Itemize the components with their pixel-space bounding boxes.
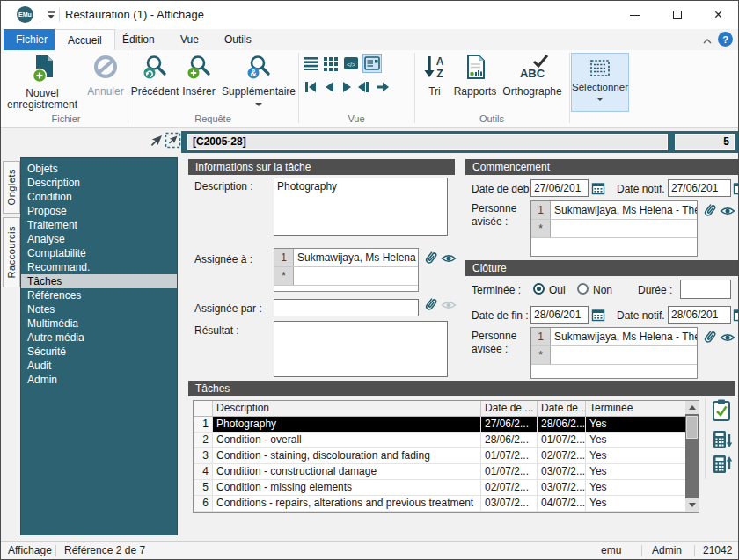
notify-date-input-2[interactable]: 28/06/201 bbox=[668, 306, 731, 324]
tab-edition[interactable]: Édition bbox=[110, 29, 167, 50]
description-textarea[interactable]: Photography bbox=[274, 178, 448, 236]
tab-accueil[interactable]: Accueil bbox=[55, 29, 115, 50]
eye-icon[interactable] bbox=[441, 252, 457, 267]
assigned-to-new-row[interactable] bbox=[294, 267, 418, 285]
next-record-icon[interactable] bbox=[339, 79, 355, 98]
last-record-icon[interactable] bbox=[355, 79, 371, 98]
spelling-button[interactable]: ABC Orthographe bbox=[499, 54, 566, 98]
assigned-by-input[interactable] bbox=[274, 299, 419, 316]
table-row[interactable]: 5 Condition - missing elements 02/07/2..… bbox=[194, 480, 699, 496]
side-tab-raccourcis[interactable]: Raccourcis bbox=[3, 217, 20, 287]
radio-non[interactable] bbox=[577, 283, 589, 295]
sidebar-item-autre-media[interactable]: Autre média bbox=[21, 331, 177, 345]
sidebar-item-multimedia[interactable]: Multimédia bbox=[21, 316, 177, 331]
view-form-button[interactable] bbox=[362, 54, 382, 73]
calendar-icon[interactable] bbox=[733, 308, 739, 324]
tab-outils[interactable]: Outils bbox=[212, 29, 264, 50]
collapse-ribbon-button[interactable] bbox=[702, 35, 713, 47]
task-complete-icon[interactable] bbox=[710, 398, 733, 425]
table-row[interactable]: 4 Condition - constructional damage 01/0… bbox=[194, 464, 699, 480]
help-button[interactable]: ? bbox=[718, 32, 733, 47]
result-textarea[interactable] bbox=[274, 321, 448, 377]
new-record-button[interactable]: Nouvel enregistrement bbox=[3, 54, 82, 111]
assigned-to-value[interactable]: Sukmawijaya, Ms Helena - Th bbox=[294, 249, 418, 266]
reports-button[interactable]: Rapports bbox=[451, 54, 499, 98]
additional-query-label: Supplémentaire bbox=[222, 85, 296, 98]
additional-query-button[interactable]: & Supplémentaire bbox=[219, 54, 298, 109]
duration-input[interactable] bbox=[680, 280, 731, 299]
table-row[interactable]: 3 Condition - staining, discolouration a… bbox=[194, 448, 699, 464]
sidebar-item-taches[interactable]: Tâches bbox=[21, 274, 177, 288]
header-date-end[interactable]: Date de ... bbox=[538, 401, 586, 416]
sidebar-item-description[interactable]: Description bbox=[21, 176, 177, 190]
notified-person-new-row[interactable] bbox=[551, 220, 697, 237]
radio-non-label[interactable]: Non bbox=[593, 284, 612, 296]
notified-person-grid[interactable]: 1 Sukmawijaya, Ms Helena - The N. * bbox=[530, 200, 698, 257]
notified-person-value[interactable]: Sukmawijaya, Ms Helena - The N. bbox=[551, 201, 697, 219]
attach-icon[interactable] bbox=[421, 249, 439, 271]
notified-person-value-2[interactable]: Sukmawijaya, Ms Helena - The N. bbox=[551, 328, 697, 345]
sidebar-item-traitement[interactable]: Traitement bbox=[21, 218, 177, 232]
view-code-icon[interactable]: </> bbox=[343, 55, 359, 74]
previous-query-icon bbox=[129, 54, 180, 84]
header-date-start[interactable]: Date de ... bbox=[481, 401, 538, 416]
assigned-to-grid[interactable]: 1 Sukmawijaya, Ms Helena - Th * bbox=[274, 248, 419, 292]
sidebar-item-admin[interactable]: Admin bbox=[21, 373, 177, 387]
sort-button[interactable]: A Z Tri bbox=[421, 54, 448, 98]
tab-vue[interactable]: Vue bbox=[168, 29, 211, 50]
table-scrollbar[interactable] bbox=[685, 401, 699, 512]
sidebar-item-propose[interactable]: Proposé bbox=[21, 204, 177, 218]
notified-person-grid-2[interactable]: 1 Sukmawijaya, Ms Helena - The N. * bbox=[530, 327, 698, 379]
tab-fichier[interactable]: Fichier bbox=[4, 29, 60, 50]
notified-person-new-row-2[interactable] bbox=[551, 346, 697, 364]
scroll-up-button[interactable] bbox=[685, 401, 699, 414]
goto-record-icon[interactable] bbox=[375, 79, 391, 98]
attach-icon[interactable] bbox=[700, 201, 718, 223]
sidebar-item-analyse[interactable]: Analyse bbox=[21, 232, 177, 246]
insert-button[interactable]: Insérer bbox=[179, 54, 219, 98]
table-row[interactable]: 1 Photography 27/06/2... 28/06/2... Yes bbox=[194, 417, 699, 433]
previous-record-icon[interactable] bbox=[322, 79, 338, 98]
sidebar-item-recommand[interactable]: Recommand. bbox=[21, 260, 177, 274]
minimize-button[interactable] bbox=[615, 1, 655, 29]
sidebar-item-securite[interactable]: Sécurité bbox=[21, 345, 177, 359]
sidebar-item-notes[interactable]: Notes bbox=[21, 302, 177, 316]
select-rectangle-icon[interactable] bbox=[165, 132, 181, 151]
start-date-input[interactable]: 27/06/201 bbox=[530, 179, 589, 197]
sum-up-icon[interactable] bbox=[712, 454, 733, 477]
previous-query-button[interactable]: Précédent bbox=[129, 54, 180, 98]
table-row[interactable]: 6 Conditions - repairs, alterations and … bbox=[194, 496, 699, 512]
view-list-icon[interactable] bbox=[303, 55, 318, 74]
first-record-icon[interactable] bbox=[303, 79, 318, 98]
sidebar-item-objets[interactable]: Objets bbox=[21, 162, 177, 176]
sidebar-item-audit[interactable]: Audit bbox=[21, 359, 177, 373]
attach-icon[interactable] bbox=[421, 295, 439, 317]
sidebar-item-references[interactable]: Références bbox=[21, 288, 177, 302]
radio-oui[interactable] bbox=[533, 283, 545, 295]
quick-access-dropdown-icon[interactable] bbox=[46, 11, 56, 23]
end-date-input[interactable]: 28/06/201 bbox=[530, 306, 589, 324]
sidebar-item-comptabilite[interactable]: Comptabilité bbox=[21, 246, 177, 260]
radio-oui-label[interactable]: Oui bbox=[549, 284, 566, 296]
pointer-icon[interactable] bbox=[149, 134, 163, 151]
select-button[interactable]: Sélectionner bbox=[571, 53, 629, 112]
side-tab-onglets[interactable]: Onglets bbox=[3, 161, 20, 214]
maximize-button[interactable] bbox=[657, 1, 697, 29]
table-row[interactable]: 2 Condition - overall 28/06/2... 01/07/2… bbox=[194, 433, 699, 448]
scroll-thumb[interactable] bbox=[686, 416, 698, 439]
header-description[interactable]: Description bbox=[213, 401, 481, 416]
attach-icon[interactable] bbox=[700, 328, 718, 350]
close-button[interactable]: × bbox=[699, 1, 738, 29]
sum-down-icon[interactable] bbox=[712, 429, 733, 453]
header-terminee[interactable]: Terminée bbox=[586, 401, 686, 416]
calendar-icon[interactable] bbox=[733, 181, 739, 198]
sidebar-item-condition[interactable]: Condition bbox=[21, 190, 177, 204]
calendar-icon[interactable] bbox=[591, 308, 605, 324]
eye-icon[interactable] bbox=[720, 331, 735, 346]
cancel-button[interactable]: Annuler bbox=[85, 54, 126, 98]
calendar-icon[interactable] bbox=[591, 181, 605, 198]
eye-icon[interactable] bbox=[720, 205, 735, 220]
scroll-down-button[interactable] bbox=[685, 498, 699, 512]
view-grid-icon[interactable] bbox=[323, 55, 339, 74]
notify-date-input[interactable]: 27/06/201 bbox=[668, 179, 731, 197]
